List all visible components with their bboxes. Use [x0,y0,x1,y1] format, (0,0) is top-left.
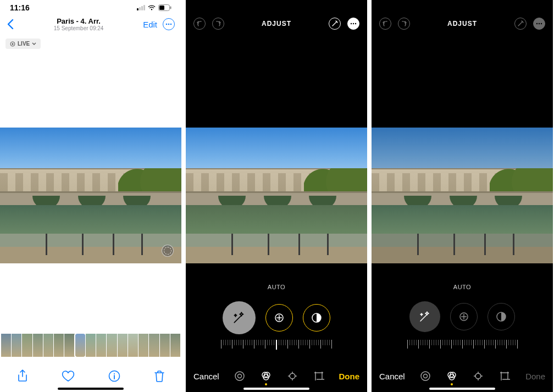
markup-tool-button[interactable] [514,18,527,30]
editor-mode-title: ADJUST [262,20,291,27]
svg-point-23 [541,23,542,24]
editor-top-bar: ADJUST [372,0,553,38]
svg-point-10 [351,23,352,24]
svg-point-3 [166,24,168,25]
thumbnail[interactable] [160,334,170,357]
svg-point-7 [12,43,13,45]
editor-photo[interactable] [372,128,553,263]
tool-adjust[interactable] [419,370,431,382]
editor-mode-title: ADJUST [447,20,477,27]
adjustment-slider[interactable] [198,340,355,352]
brilliance-button[interactable] [487,303,515,330]
more-button[interactable] [163,18,175,30]
svg-point-11 [353,23,354,24]
auto-wand-button[interactable] [223,301,256,334]
svg-point-16 [237,374,241,378]
svg-point-5 [170,24,172,25]
thumbnail[interactable] [33,334,43,357]
back-button[interactable] [7,19,14,30]
date-subtitle: 15 September 09:24 [14,25,143,31]
tool-adjust[interactable] [234,370,246,382]
thumbnail-strip[interactable] [0,334,181,357]
thumbnail[interactable] [170,334,180,357]
adjustment-name-label: AUTO [372,284,553,290]
photo-editor-panel-initial: ADJUST AUTO [372,0,553,392]
svg-point-15 [235,372,244,380]
svg-rect-2 [170,7,171,9]
adjustment-slider[interactable] [384,340,541,352]
adjustment-selector[interactable] [186,301,367,334]
live-icon [10,41,15,47]
delete-button[interactable] [154,369,165,383]
thumbnail[interactable] [96,334,106,357]
svg-point-22 [539,23,540,24]
chevron-down-icon [32,42,36,46]
editor-more-button[interactable] [533,18,545,30]
editor-bottom-bar: Cancel Done [186,370,367,382]
home-indicator[interactable] [58,388,124,390]
markup-tool-button[interactable] [329,18,341,30]
thumbnail[interactable] [12,334,21,357]
editor-top-bar: ADJUST [186,0,367,38]
svg-point-31 [475,373,481,379]
tool-filters[interactable] [260,370,272,382]
done-button[interactable]: Done [525,372,545,381]
photo-editor-panel-active: ADJUST AUTO [186,0,367,392]
thumbnail[interactable] [149,334,159,357]
thumbnail[interactable] [54,334,64,357]
svg-point-9 [113,373,114,374]
editor-bottom-bar: Cancel Done [372,370,553,382]
svg-point-4 [168,24,170,25]
tool-markup[interactable] [498,370,511,382]
editor-more-button[interactable] [347,18,359,30]
exposure-button[interactable] [450,303,478,330]
tool-markup[interactable] [313,370,325,382]
cancel-button[interactable]: Cancel [379,372,405,381]
signal-icon [137,5,145,10]
exposure-button[interactable] [265,304,293,332]
svg-point-12 [355,23,356,24]
adjustment-selector[interactable] [372,301,553,332]
redo-button[interactable] [398,18,410,30]
favorite-button[interactable] [62,370,75,382]
thumbnail[interactable] [107,334,117,357]
tool-crop[interactable] [286,370,298,382]
svg-point-26 [421,372,430,380]
home-indicator[interactable] [429,388,495,390]
wifi-icon [147,4,156,11]
svg-rect-1 [159,5,164,10]
svg-point-27 [424,374,428,378]
live-overlay-icon [162,245,174,257]
edit-button[interactable]: Edit [143,20,157,29]
main-photo[interactable] [0,128,181,263]
redo-button[interactable] [212,18,224,30]
thumbnail[interactable] [138,334,148,357]
info-button[interactable] [108,370,120,382]
photo-viewer-panel: 11:16 Paris - 4. Arr. 15 September 09:24… [0,0,181,392]
battery-icon [158,4,171,11]
status-bar: 11:16 [0,0,181,13]
status-time: 11:16 [10,3,30,12]
svg-point-21 [536,23,538,24]
nav-bar: Paris - 4. Arr. 15 September 09:24 Edit [0,13,181,35]
tool-filters[interactable] [446,370,458,382]
thumbnail[interactable] [75,334,85,357]
editor-photo[interactable] [186,128,367,263]
undo-button[interactable] [379,18,391,30]
thumbnail[interactable] [128,334,138,357]
brilliance-button[interactable] [303,304,330,332]
thumbnail[interactable] [1,334,11,357]
undo-button[interactable] [193,18,206,30]
share-button[interactable] [17,369,28,383]
thumbnail[interactable] [64,334,74,357]
home-indicator[interactable] [243,388,309,390]
auto-wand-button[interactable] [409,301,440,332]
thumbnail[interactable] [22,334,32,357]
live-photo-badge[interactable]: LIVE [5,38,41,49]
thumbnail[interactable] [43,334,53,357]
tool-crop[interactable] [472,370,484,382]
cancel-button[interactable]: Cancel [193,372,219,381]
thumbnail[interactable] [86,334,96,357]
thumbnail[interactable] [118,334,128,357]
done-button[interactable]: Done [339,372,359,381]
